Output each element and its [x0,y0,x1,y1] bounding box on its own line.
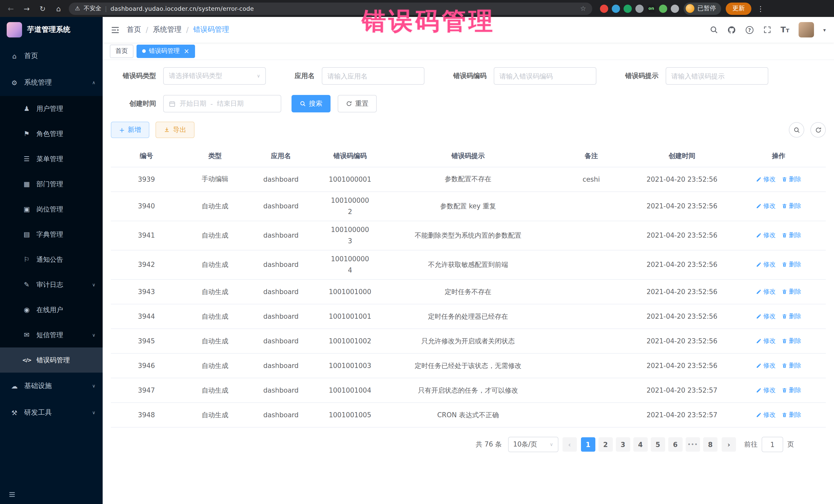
extension-green-check[interactable] [623,4,632,13]
extension-puzzle[interactable] [635,4,643,13]
bookmark-star-icon[interactable]: ☆ [580,5,586,12]
edit-link[interactable]: 修改 [756,175,775,183]
page-button-2[interactable]: 2 [598,437,613,452]
export-button[interactable]: 导出 [155,122,195,138]
cell-actions: 修改删除 [731,378,826,403]
delete-link[interactable]: 删除 [782,411,801,419]
delete-link[interactable]: 删除 [782,202,801,211]
reload-icon[interactable]: ↻ [37,4,48,13]
delete-link[interactable]: 删除 [782,312,801,321]
sidebar-item-sms[interactable]: ✉短信管理∨ [0,322,103,348]
next-page-button[interactable]: › [722,437,736,452]
page-button-8[interactable]: 8 [703,437,718,452]
breadcrumb-system[interactable]: 系统管理 [153,25,181,35]
cell-app: dashboard [248,221,314,250]
delete-link[interactable]: 删除 [782,337,801,345]
extension-leaf[interactable] [659,4,667,13]
github-icon[interactable] [727,25,736,34]
pagination-ellipsis[interactable]: ••• [685,437,700,452]
sidebar-item-menus[interactable]: ☰菜单管理 [0,146,103,171]
delete-link[interactable]: 删除 [782,175,801,183]
profile-paused-chip[interactable]: 已暂停 [684,2,721,15]
filter-hint-label: 错误码提示 [625,71,658,81]
app-name-input[interactable] [322,67,424,85]
cell-type: 自动生成 [182,403,248,427]
sidebar-item-system[interactable]: ⚙系统管理∧ [0,69,103,96]
error-code-input[interactable] [494,67,596,85]
extension-blue-drop[interactable] [612,4,620,13]
page-button-1[interactable]: 1 [581,437,595,452]
user-avatar[interactable] [798,22,814,38]
extension-red-dot[interactable] [600,4,608,13]
sidebar-item-posts[interactable]: ▣岗位管理 [0,197,103,222]
search-button[interactable]: 搜索 [291,95,331,112]
refresh-table-button[interactable] [810,122,826,137]
delete-link[interactable]: 删除 [782,287,801,296]
page-button-4[interactable]: 4 [633,437,648,452]
edit-link[interactable]: 修改 [756,287,775,296]
error-hint-input[interactable] [666,67,768,85]
delete-link[interactable]: 删除 [782,231,801,240]
chrome-menu-icon[interactable]: ⋮ [756,4,765,13]
font-size-icon[interactable]: TT [781,26,789,34]
add-button[interactable]: + 新增 [111,122,149,138]
create-time-range-picker[interactable]: 开始日期 - 结束日期 [163,95,281,112]
browser-update-button[interactable]: 更新 [726,2,751,15]
delete-icon [782,203,787,209]
sidebar-item-users[interactable]: ♟用户管理 [0,96,103,121]
sidebar-item-dicts[interactable]: ▤字典管理 [0,222,103,247]
edit-link[interactable]: 修改 [756,202,775,211]
page-button-5[interactable]: 5 [651,437,665,452]
table-row: 3948自动生成dashboard1001001005CRON 表达式不正确20… [111,403,826,427]
extension-on-badge[interactable]: on [647,4,655,13]
back-icon[interactable]: ← [5,4,17,13]
page-button-3[interactable]: 3 [616,437,630,452]
page-size-select[interactable]: 10条/页 ∨ [508,437,558,452]
reset-button[interactable]: 重置 [338,95,377,112]
sidebar-item-notices[interactable]: ⚐通知公告 [0,247,103,272]
sidebar-item-dev-tools[interactable]: ⚒研发工具∨ [0,399,103,426]
toggle-search-button[interactable] [789,122,804,137]
edit-link[interactable]: 修改 [756,337,775,345]
extension-pin[interactable] [671,4,679,13]
goto-page-input[interactable] [762,437,783,452]
edit-link[interactable]: 修改 [756,312,775,321]
sidebar-item-depts[interactable]: ▦部门管理 [0,171,103,197]
prev-page-button[interactable]: ‹ [562,437,577,452]
sidebar-collapse-button[interactable] [0,484,103,504]
edit-link[interactable]: 修改 [756,361,775,370]
delete-link[interactable]: 删除 [782,261,801,269]
delete-link[interactable]: 删除 [782,386,801,395]
fullscreen-icon[interactable] [763,26,771,34]
delete-link[interactable]: 删除 [782,361,801,370]
column-header: 错误码提示 [386,145,550,167]
forward-icon[interactable]: → [21,4,32,13]
edit-link[interactable]: 修改 [756,386,775,395]
column-header: 创建时间 [633,145,731,167]
cell-type: 自动生成 [182,280,248,304]
sidebar-item-home[interactable]: ⌂首页 [0,43,103,69]
tag-error-code[interactable]: 错误码管理× [136,44,195,58]
edit-link[interactable]: 修改 [756,231,775,240]
sidebar-item-audit-logs[interactable]: ✎审计日志∨ [0,272,103,297]
menu-fold-icon[interactable] [111,25,119,34]
error-type-select[interactable]: 请选择错误码类型 ∨ [163,67,266,85]
search-icon[interactable] [710,26,718,34]
close-icon[interactable]: × [184,48,190,54]
sidebar-item-roles[interactable]: ⚑角色管理 [0,121,103,146]
cell-code: 1001001000 [314,280,386,304]
sidebar-item-error-codes[interactable]: </>错误码管理 [0,348,103,373]
home-icon[interactable]: ⌂ [53,4,64,13]
sidebar-item-infra[interactable]: ☁基础设施∨ [0,373,103,399]
edit-link[interactable]: 修改 [756,411,775,419]
edit-link[interactable]: 修改 [756,261,775,269]
address-bar[interactable]: ⚠ 不安全 | dashboard.yudao.iocoder.cn/syste… [69,2,592,15]
tag-home[interactable]: 首页 [110,44,133,58]
cell-remark [550,403,632,427]
user-icon: ♟ [22,105,32,112]
page-button-6[interactable]: 6 [668,437,682,452]
help-icon[interactable]: ? [745,25,754,34]
sidebar-item-online-users[interactable]: ◉在线用户 [0,297,103,322]
breadcrumb-home[interactable]: 首页 [127,25,141,35]
chevron-down-icon[interactable]: ▾ [823,27,826,32]
